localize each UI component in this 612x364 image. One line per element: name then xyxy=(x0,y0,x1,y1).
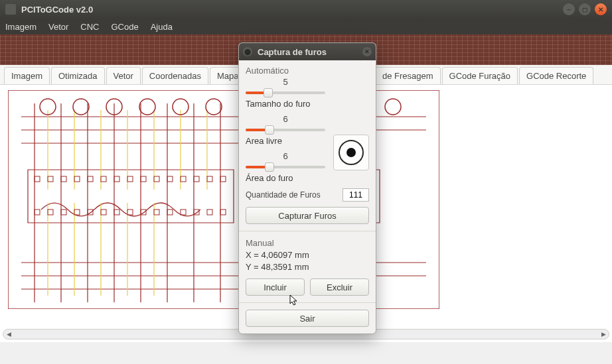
app-icon xyxy=(5,4,16,15)
svg-rect-32 xyxy=(101,210,106,215)
menubar: Imagem Vetor CNC GCode Ajuda xyxy=(0,19,612,34)
svg-rect-22 xyxy=(167,176,173,182)
svg-point-11 xyxy=(385,99,401,115)
scroll-left-icon[interactable]: ◀ xyxy=(5,330,13,338)
svg-rect-18 xyxy=(114,176,119,182)
svg-rect-33 xyxy=(114,210,119,215)
svg-rect-14 xyxy=(61,176,66,182)
tab-gcode-furacao[interactable]: GCode Furação xyxy=(442,67,518,84)
hole-preview-dot-icon xyxy=(346,148,356,157)
slider-1-value: 5 xyxy=(246,77,325,87)
manual-y-line: Y = 48,3591 mm xyxy=(246,262,369,272)
tab-otimizada[interactable]: Otimizada xyxy=(51,67,105,84)
slider-1-thumb[interactable] xyxy=(264,88,273,97)
tab-vetor[interactable]: Vetor xyxy=(106,67,141,84)
svg-rect-38 xyxy=(181,210,186,215)
svg-rect-34 xyxy=(127,210,133,215)
scroll-right-icon[interactable]: ▶ xyxy=(599,330,607,338)
menu-imagem[interactable]: Imagem xyxy=(5,22,37,32)
qty-label: Quantidade de Furos xyxy=(246,190,321,200)
exclude-button[interactable]: Excluir xyxy=(310,278,369,296)
window-buttons: – ◻ ✕ xyxy=(563,3,607,15)
minimize-button[interactable]: – xyxy=(563,3,575,15)
svg-rect-40 xyxy=(207,210,212,215)
divider xyxy=(239,231,376,231)
slider-3-track[interactable] xyxy=(246,162,325,172)
capture-button[interactable]: Capturar Furos xyxy=(246,207,369,224)
capture-holes-dialog: ⬤ Captura de furos ✕ Automático 5 Tamanh… xyxy=(238,42,376,334)
tab-coordenadas[interactable]: Coordenadas xyxy=(142,67,208,84)
menu-vetor[interactable]: Vetor xyxy=(48,22,68,32)
include-exclude-row: Incluir Excluir xyxy=(246,278,369,296)
include-button[interactable]: Incluir xyxy=(246,278,305,296)
svg-rect-36 xyxy=(154,210,159,215)
dialog-icon: ⬤ xyxy=(243,47,252,56)
svg-rect-21 xyxy=(154,176,159,182)
divider-2 xyxy=(239,302,376,303)
slider-2-thumb[interactable] xyxy=(265,125,274,135)
menu-ajuda[interactable]: Ajuda xyxy=(151,22,173,32)
dialog-title: Captura de furos xyxy=(258,47,362,57)
svg-rect-25 xyxy=(207,176,212,182)
manual-section-label: Manual xyxy=(246,238,369,248)
svg-rect-30 xyxy=(74,210,80,215)
svg-rect-24 xyxy=(194,176,199,182)
svg-point-6 xyxy=(206,99,222,115)
auto-section-label: Automático xyxy=(246,66,369,76)
menu-gcode[interactable]: GCode xyxy=(112,22,139,32)
svg-rect-12 xyxy=(35,176,40,182)
hole-preview-ring-icon xyxy=(339,140,364,165)
svg-rect-29 xyxy=(61,210,66,215)
svg-rect-16 xyxy=(88,176,93,182)
svg-rect-23 xyxy=(181,176,186,182)
svg-rect-15 xyxy=(74,176,80,182)
svg-rect-27 xyxy=(35,210,40,215)
dialog-titlebar[interactable]: ⬤ Captura de furos ✕ xyxy=(239,43,376,60)
titlebar: PCIToGCode v2.0 – ◻ ✕ xyxy=(0,0,612,19)
svg-rect-19 xyxy=(127,176,133,182)
svg-point-4 xyxy=(139,99,155,115)
svg-rect-37 xyxy=(167,210,173,215)
hole-preview-box xyxy=(333,135,369,170)
slider-3-label: Área do furo xyxy=(246,173,325,183)
slider-1-track[interactable] xyxy=(246,88,325,97)
qty-input[interactable] xyxy=(343,188,369,202)
qty-row: Quantidade de Furos xyxy=(246,188,369,202)
window-title: PCIToGCode v2.0 xyxy=(21,5,563,15)
svg-rect-41 xyxy=(220,210,226,215)
svg-rect-28 xyxy=(48,210,53,215)
close-button[interactable]: ✕ xyxy=(595,3,607,15)
slider-3-thumb[interactable] xyxy=(265,162,274,172)
tab-gcode-recorte[interactable]: GCode Recorte xyxy=(519,67,593,84)
tab-mapa-partial[interactable]: Mapa xyxy=(210,67,238,84)
maximize-button[interactable]: ◻ xyxy=(579,3,591,15)
slider-2-label: Area livre xyxy=(246,136,325,146)
tab-imagem[interactable]: Imagem xyxy=(4,67,50,84)
svg-point-2 xyxy=(73,99,89,115)
tab-fresagem-partial[interactable]: de Fresagem xyxy=(376,67,441,84)
svg-rect-20 xyxy=(141,176,146,182)
slider-1-label: Tamanho do furo xyxy=(246,99,325,109)
svg-rect-13 xyxy=(48,176,53,182)
menu-cnc[interactable]: CNC xyxy=(80,22,99,32)
slider-1: 5 Tamanho do furo xyxy=(246,77,325,109)
slider-3-value: 6 xyxy=(246,151,325,161)
slider-2-track[interactable] xyxy=(246,125,325,135)
manual-x-line: X = 4,06097 mm xyxy=(246,250,369,260)
slider-2-value: 6 xyxy=(246,114,325,124)
dialog-close-button[interactable]: ✕ xyxy=(362,47,372,56)
exit-button[interactable]: Sair xyxy=(246,310,369,327)
svg-rect-26 xyxy=(220,176,226,182)
slider-2: 6 Area livre xyxy=(246,114,325,146)
slider-3: 6 Área do furo xyxy=(246,151,325,183)
dialog-body: Automático 5 Tamanho do furo 6 Area livr… xyxy=(239,60,376,334)
svg-rect-17 xyxy=(101,176,106,182)
